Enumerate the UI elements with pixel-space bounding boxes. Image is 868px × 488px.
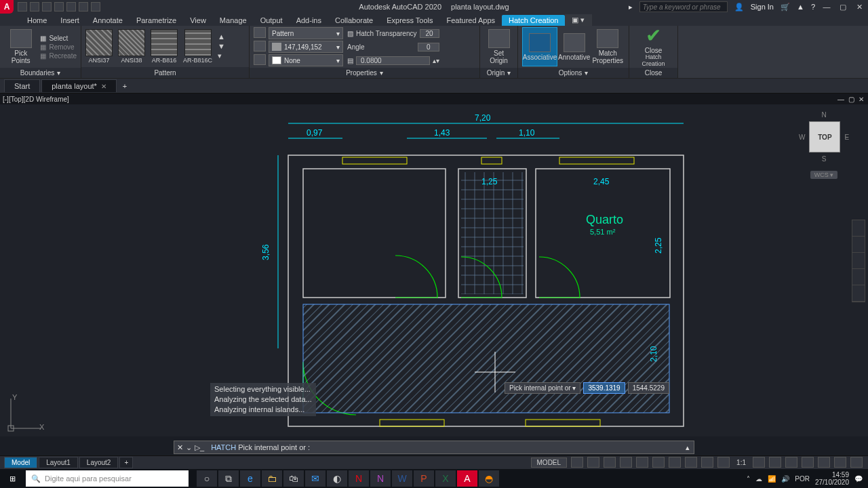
viewcube-s[interactable]: S — [822, 155, 827, 163]
task-mail-icon[interactable]: ✉ — [305, 470, 326, 487]
panel-title-options[interactable]: Options ▾ — [518, 68, 629, 78]
panel-title-origin[interactable]: Origin ▾ — [480, 68, 517, 78]
filetab-document[interactable]: planta layout*✕ — [41, 79, 117, 92]
qat-redo-icon[interactable] — [91, 2, 100, 12]
task-netflix-icon[interactable]: N — [349, 470, 369, 487]
filetab-start[interactable]: Start — [4, 79, 40, 92]
task-store-icon[interactable]: 🛍 — [283, 470, 304, 487]
filetab-close-icon[interactable]: ✕ — [101, 83, 106, 90]
nav-wheel-icon[interactable] — [852, 220, 865, 237]
tab-manage[interactable]: Manage — [213, 15, 254, 26]
task-excel-icon[interactable]: X — [435, 470, 456, 487]
viewcube-e[interactable]: E — [844, 134, 849, 141]
maximize-icon[interactable]: ▢ — [838, 2, 848, 12]
ortho-toggle[interactable] — [604, 457, 616, 468]
associative-button[interactable]: Associative — [522, 27, 557, 66]
qat-open-icon[interactable] — [30, 2, 39, 12]
vp-minimize-icon[interactable]: — — [837, 96, 844, 103]
tray-clock[interactable]: 14:59 27/10/2020 — [815, 471, 849, 486]
background-color-icon[interactable] — [254, 54, 266, 65]
viewcube-n[interactable]: N — [821, 111, 826, 119]
app-store-icon[interactable]: ▲ — [797, 3, 804, 11]
viewcube[interactable]: N W TOP E S WCS ▾ — [793, 111, 854, 199]
otrack-toggle[interactable] — [652, 457, 665, 468]
tab-hatch-creation[interactable]: Hatch Creation — [502, 15, 565, 26]
viewcube-top[interactable]: TOP — [809, 121, 840, 152]
annotation-scale[interactable]: 1:1 — [734, 459, 749, 466]
tab-panel-toggle[interactable]: ▣ ▾ — [565, 14, 591, 26]
signin-label[interactable]: Sign In — [751, 3, 774, 11]
tray-notifications-icon[interactable]: 💬 — [854, 475, 863, 483]
annotation-monitor-toggle[interactable] — [717, 457, 730, 468]
hatch-color-dropdown[interactable]: 147,149,152▾ — [269, 41, 343, 53]
quickprops-toggle[interactable] — [785, 457, 797, 468]
signin-icon[interactable]: 👤 — [734, 3, 744, 12]
osnap-toggle[interactable] — [636, 457, 648, 468]
isolate-toggle[interactable] — [802, 457, 814, 468]
swatch-ansi37[interactable]: ANSI37 — [85, 29, 113, 64]
swatch-arb816[interactable]: AR-B816 — [151, 29, 178, 64]
windows-search-input[interactable]: 🔍 Digite aqui para pesquisar — [26, 470, 189, 487]
tab-express[interactable]: Express Tools — [380, 15, 439, 26]
keyword-search-input[interactable] — [639, 1, 728, 12]
close-hatch-button[interactable]: ✔ Close Hatch Creation — [636, 27, 671, 66]
task-word-icon[interactable]: W — [392, 470, 412, 487]
annotative-button[interactable]: Annotative — [557, 27, 591, 66]
units-toggle[interactable] — [769, 457, 781, 468]
modelspace-toggle[interactable]: MODEL — [531, 458, 568, 468]
task-powerpoint-icon[interactable]: P — [414, 470, 434, 487]
pattern-scroll-down-icon[interactable]: ▼ — [218, 42, 225, 50]
nav-showmotion-icon[interactable] — [852, 285, 865, 302]
app-logo[interactable]: A — [0, 0, 14, 14]
set-origin-button[interactable]: Set Origin — [484, 27, 513, 66]
qat-plot-icon[interactable] — [66, 2, 76, 12]
task-cortana-icon[interactable]: ○ — [197, 470, 217, 487]
polar-toggle[interactable] — [620, 457, 632, 468]
swatch-arb816c[interactable]: AR-B816C — [183, 29, 212, 64]
filetab-add-button[interactable]: + — [118, 82, 132, 90]
task-explorer-icon[interactable]: 🗀 — [262, 470, 282, 487]
tab-view[interactable]: View — [183, 15, 213, 26]
qat-save-icon[interactable] — [42, 2, 52, 12]
minimize-icon[interactable]: — — [822, 2, 831, 12]
tab-featured[interactable]: Featured Apps — [440, 15, 502, 26]
match-properties-button[interactable]: Match Properties — [591, 27, 625, 66]
task-onenote-icon[interactable]: N — [370, 470, 391, 487]
hatch-color-icon[interactable] — [254, 41, 266, 52]
scale-value[interactable]: 0.0800 — [356, 56, 430, 65]
pattern-scroll-up-icon[interactable]: ▲ — [218, 33, 225, 41]
drawing-canvas[interactable]: 7,20 0,97 1,43 1,10 3,56 2,25 2,10 1,25 … — [0, 104, 868, 436]
transparency-toggle[interactable] — [685, 457, 697, 468]
pattern-type-icon[interactable] — [254, 27, 266, 38]
coord-x-input[interactable]: 3539.1319 — [583, 382, 625, 394]
grid-toggle[interactable] — [571, 457, 583, 468]
tab-home[interactable]: Home — [20, 15, 54, 26]
qat-saveas-icon[interactable] — [54, 2, 64, 12]
coord-y-input[interactable]: 1544.5229 — [628, 382, 669, 394]
cmdline-history-icon[interactable]: ▴ — [682, 443, 694, 452]
vp-maximize-icon[interactable]: ▢ — [848, 96, 854, 103]
transparency-value[interactable]: 20 — [420, 29, 439, 38]
tab-collaborate[interactable]: Collaborate — [328, 15, 380, 26]
help-icon[interactable]: ? — [811, 3, 815, 11]
viewport-label[interactable]: [-][Top][2D Wireframe] — [3, 96, 69, 103]
qat-new-icon[interactable] — [18, 2, 27, 12]
wcs-badge[interactable]: WCS ▾ — [810, 171, 838, 179]
ucs-icon[interactable]: Y X — [5, 393, 46, 434]
nav-zoom-icon[interactable] — [852, 253, 865, 269]
swatch-ansi38[interactable]: ANSI38 — [118, 29, 145, 64]
qat-undo-icon[interactable] — [79, 2, 88, 12]
lineweight-toggle[interactable] — [669, 457, 681, 468]
tab-annotate[interactable]: Annotate — [86, 15, 130, 26]
task-autocad-icon[interactable]: A — [457, 470, 477, 487]
navigation-bar[interactable] — [852, 220, 865, 302]
tray-onedrive-icon[interactable]: ☁ — [755, 475, 762, 483]
tray-volume-icon[interactable]: 🔊 — [781, 475, 789, 483]
command-line[interactable]: ✕ ⌄ ▷_ HATCH Pick internal point or : ▴ — [174, 441, 694, 454]
panel-title-boundaries[interactable]: Boundaries ▾ — [0, 68, 81, 78]
task-view-icon[interactable]: ⧉ — [218, 470, 239, 487]
tray-network-icon[interactable]: 📶 — [768, 475, 776, 483]
task-firefox-icon[interactable]: ◓ — [479, 470, 499, 487]
hardware-accel-toggle[interactable] — [818, 457, 830, 468]
nav-pan-icon[interactable] — [852, 237, 865, 253]
